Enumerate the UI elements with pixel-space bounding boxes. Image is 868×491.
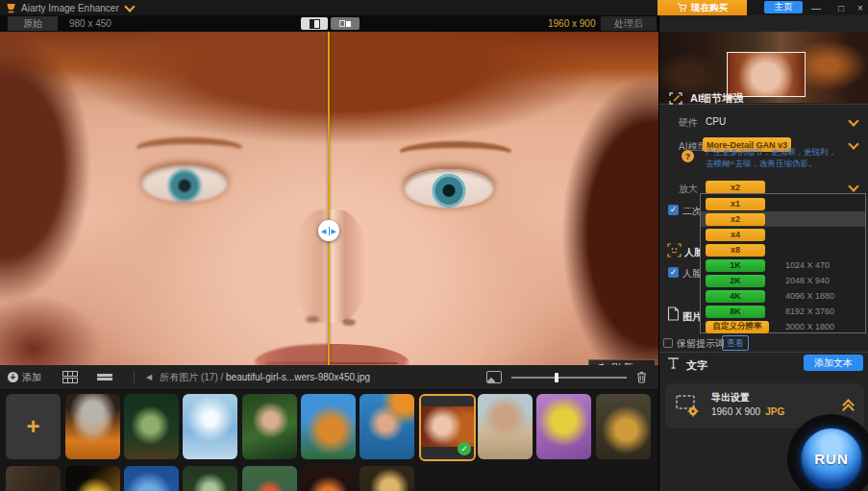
- navigator-viewport-rect[interactable]: [727, 52, 806, 97]
- export-title: 导出设置: [711, 391, 750, 405]
- upscale-option-x1[interactable]: x1: [701, 196, 865, 211]
- run-button[interactable]: RUN: [800, 427, 863, 490]
- outline-square-icon: [339, 20, 345, 27]
- add-images-button[interactable]: + 添加: [8, 371, 41, 384]
- thumbnail-colorful-creature[interactable]: [242, 466, 297, 491]
- image-viewer: ◀ ▶ 刷 新 100%: [0, 32, 658, 365]
- hardware-label: 硬件: [679, 116, 698, 130]
- split-drag-handle[interactable]: ◀ ▶: [318, 220, 339, 241]
- secondary-enhance-checkbox[interactable]: ✓: [668, 205, 679, 215]
- face-section-icon: [667, 243, 682, 258]
- export-format: JPG: [765, 406, 784, 417]
- view-prompt-button[interactable]: 查看: [722, 335, 749, 351]
- filled-square-icon: [346, 21, 351, 27]
- image-section-icon: [667, 307, 680, 321]
- thumbnail-beach-woman[interactable]: [478, 394, 533, 459]
- upscale-option-x4[interactable]: x4: [701, 227, 865, 242]
- section-title: AI细节增强: [690, 91, 743, 106]
- thumbnail-butterfly-flowers[interactable]: [596, 394, 651, 459]
- arrow-right-icon: ▶: [332, 228, 336, 234]
- plus-icon: +: [8, 372, 18, 382]
- thumbnail-blue-flowers[interactable]: [124, 466, 179, 491]
- help-icon[interactable]: ?: [682, 150, 694, 162]
- chevron-down-icon[interactable]: [848, 138, 858, 149]
- thumbnail-selected-redhead[interactable]: ✓: [419, 394, 476, 461]
- thumbnail-leaf-girl[interactable]: [242, 394, 297, 459]
- face-enhance-label: 人脸: [682, 267, 700, 281]
- breadcrumb-filename: beautiful-girl-s...wers-980x450.jpg: [226, 372, 370, 382]
- upscale-select[interactable]: x2: [706, 181, 765, 194]
- thumbnail-old-man[interactable]: [65, 394, 120, 459]
- home-button[interactable]: 主页: [764, 1, 803, 13]
- original-half-overlay: [0, 32, 329, 365]
- grid-view-button[interactable]: [62, 371, 76, 383]
- split-divider-line[interactable]: [328, 32, 330, 365]
- upscale-option-1k[interactable]: 1K1024 X 470: [701, 258, 865, 273]
- hardware-select[interactable]: CPU: [706, 116, 726, 127]
- keep-prompt-checkbox[interactable]: [663, 338, 673, 348]
- thumbnail-green-jar[interactable]: [183, 466, 237, 491]
- upscale-option-8k[interactable]: 8K8192 X 3760: [701, 304, 865, 319]
- result-size-label: 1960 x 900: [548, 18, 596, 29]
- right-eye: [404, 169, 494, 208]
- settings-panel: AI细节增强 硬件 CPU AI模型 More-Detail GAN v3 ? …: [658, 15, 868, 491]
- chevron-down-icon[interactable]: [848, 115, 858, 126]
- thumbnail-green-creature[interactable]: [124, 394, 179, 459]
- upscale-option-x8[interactable]: x8: [701, 242, 865, 258]
- delete-button[interactable]: [636, 371, 647, 383]
- thumbnail-fantasy-squirrel[interactable]: [301, 394, 356, 459]
- upscale-option-2k[interactable]: 2K2048 X 940: [701, 273, 865, 288]
- app-window: Aiarty Image Enhancer 现在购买 主页 — □ × 原始 9…: [0, 0, 868, 491]
- breadcrumb-group: 所有图片 (17): [160, 372, 218, 382]
- image-section-label: 图片: [682, 310, 700, 324]
- upscale-option-4k[interactable]: 4K4096 X 1880: [701, 288, 865, 304]
- breadcrumb[interactable]: 所有图片 (17) / beautiful-girl-s...wers-980x…: [160, 371, 370, 384]
- upscale-option-x2[interactable]: x2: [701, 211, 865, 227]
- thumbnail-glowing-butterfly[interactable]: [65, 466, 120, 491]
- face-section-label: 人脸: [684, 246, 700, 259]
- cart-icon: [677, 3, 687, 12]
- buy-now-label: 现在购买: [691, 2, 728, 14]
- face-enhance-checkbox[interactable]: ✓: [668, 267, 679, 278]
- upscale-dropdown-menu: x1 x2 x4 x8 1K1024 X 470 2K2048 X 940 4K…: [700, 193, 866, 333]
- original-view-button[interactable]: 原始: [8, 16, 58, 31]
- thumbnail-fire-creature[interactable]: [301, 466, 356, 491]
- thumbnail-yellow-bird[interactable]: [536, 394, 591, 459]
- thumbnail-add-tile[interactable]: +: [6, 394, 61, 459]
- thumbnail-size-icon: [486, 371, 502, 383]
- minimize-button[interactable]: —: [807, 0, 825, 15]
- buy-now-button[interactable]: 现在购买: [657, 0, 747, 15]
- secondary-enhance-label: 二次: [682, 205, 700, 218]
- processed-view-button[interactable]: 处理后: [601, 16, 657, 31]
- title-bar: Aiarty Image Enhancer 现在购买 主页 — □ ×: [0, 0, 868, 15]
- plus-icon: +: [26, 413, 39, 440]
- chevron-down-icon[interactable]: [848, 181, 858, 191]
- list-view-button[interactable]: [97, 374, 111, 381]
- text-section-label: 文字: [686, 358, 707, 373]
- right-eyebrow: [396, 141, 515, 168]
- thumbnail-nature-dark[interactable]: [6, 466, 61, 491]
- split-view-icon: [310, 19, 320, 29]
- upscale-option-custom[interactable]: 自定义分辨率3000 X 1800: [701, 319, 865, 334]
- arrow-left-icon: ◀: [321, 228, 326, 234]
- thumbnail-size-slider[interactable]: [511, 377, 627, 379]
- split-compare-toggle[interactable]: [301, 17, 328, 30]
- app-title: Aiarty Image Enhancer: [21, 3, 119, 13]
- thumbnail-flower-woman[interactable]: [360, 394, 414, 459]
- upscale-label: 放大: [679, 183, 698, 196]
- thumbnail-blonde-girl[interactable]: [360, 466, 414, 491]
- side-by-side-toggle[interactable]: [331, 17, 360, 30]
- text-tool-icon: [667, 357, 680, 369]
- slider-knob[interactable]: [555, 373, 558, 382]
- export-size: 1960 X 900JPG: [711, 406, 784, 417]
- chevron-down-icon[interactable]: [124, 1, 135, 12]
- model-description-line1: 产生更多的细节，更清晰，更锐利，: [706, 147, 836, 159]
- breadcrumb-sep: /: [221, 372, 224, 382]
- add-text-button[interactable]: 添加文本: [804, 355, 863, 371]
- original-size-label: 980 x 450: [69, 18, 112, 29]
- thumbnail-anime-sky-girl[interactable]: [183, 394, 237, 459]
- back-arrow-icon[interactable]: ◀: [146, 373, 152, 381]
- close-button[interactable]: ×: [852, 0, 868, 15]
- maximize-button[interactable]: □: [832, 0, 850, 15]
- add-label: 添加: [22, 371, 41, 384]
